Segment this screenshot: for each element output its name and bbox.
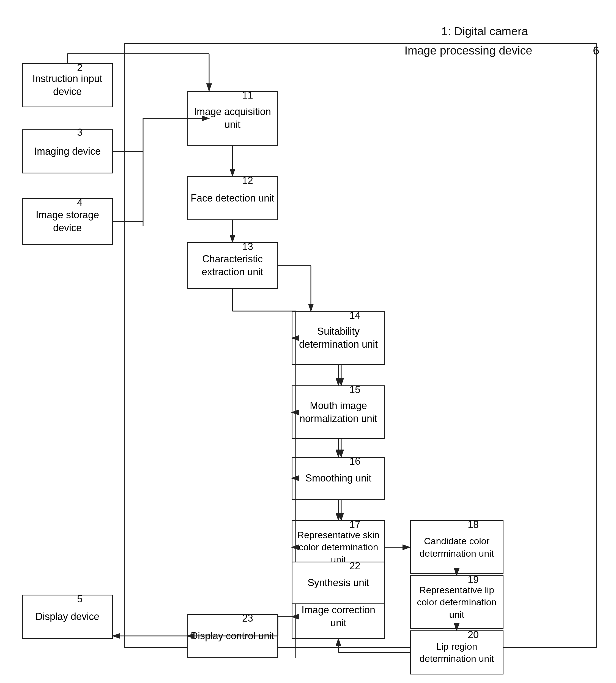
image-storage-box: Image storage device [22,198,113,245]
ref-13: 13 [242,241,253,253]
diagram-container: 1: Digital camera Image processing devic… [0,0,616,683]
smoothing-box: Smoothing unit [292,457,385,500]
lip-region-box: Lip region determination unit [410,631,504,675]
image-processing-label: Image processing device [404,44,532,57]
ref-4: 4 [77,197,83,208]
ref-16: 16 [349,455,360,467]
ref-12: 12 [242,175,253,186]
ref-22: 22 [349,560,360,572]
candidate-color-box: Candidate color determination unit [410,520,504,574]
suitability-determination-box: Suitability determination unit [292,311,385,365]
display-control-box: Display control unit [187,614,278,658]
synthesis-box: Synthesis unit [292,561,385,604]
ref-3: 3 [77,127,83,138]
ref-18: 18 [468,519,479,531]
representative-lip-box: Representative lip color determination u… [410,575,504,629]
image-acquisition-box: Image acquisition unit [187,91,278,146]
characteristic-extraction-box: Characteristic extraction unit [187,242,278,289]
ref-2: 2 [77,62,83,73]
imaging-device-box: Imaging device [22,129,113,173]
ref-5: 5 [77,593,83,605]
ref-15: 15 [349,384,360,396]
ref-20: 20 [468,629,479,641]
ref-17: 17 [349,519,360,531]
ref-11: 11 [242,89,253,101]
camera-label: 1: Digital camera [441,25,528,38]
instruction-input-box: Instruction input device [22,63,113,107]
mouth-normalization-box: Mouth image normalization unit [292,385,385,439]
face-detection-box: Face detection unit [187,176,278,220]
ref-19: 19 [468,574,479,585]
ref-14: 14 [349,310,360,321]
ref-23: 23 [242,613,253,624]
display-device-box: Display device [22,595,113,639]
device-ref: 6 [593,44,599,57]
